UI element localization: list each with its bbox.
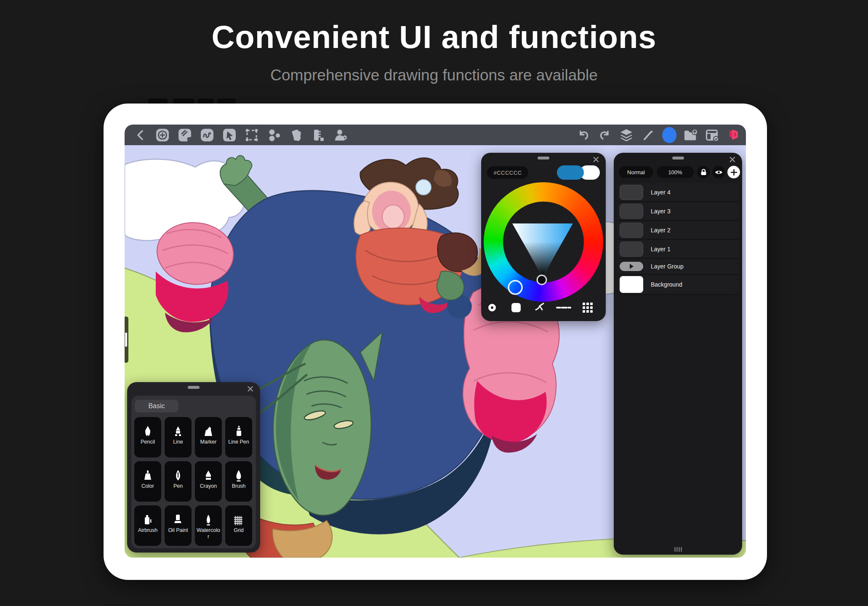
lock-icon[interactable] xyxy=(697,166,710,178)
hue-selector[interactable] xyxy=(509,281,522,294)
color-swatch-circle xyxy=(662,127,676,143)
brush-line-pen[interactable]: Line Pen xyxy=(225,417,252,457)
layer-thumbnail xyxy=(620,185,643,200)
sv-triangle[interactable] xyxy=(484,182,603,302)
brush-tool-icon[interactable] xyxy=(641,128,655,142)
layer-group-row[interactable]: Layer Group xyxy=(617,259,739,275)
watercolor-icon xyxy=(203,505,214,527)
marker-icon xyxy=(203,417,214,439)
layer-row[interactable]: Layer 3 xyxy=(617,202,739,221)
toolbar-right-group xyxy=(576,128,746,142)
brush-pen[interactable]: Pen xyxy=(165,461,192,502)
layer-name: Layer Group xyxy=(651,263,684,270)
edit-note-icon[interactable] xyxy=(178,128,192,142)
select-cursor-icon[interactable] xyxy=(222,128,237,142)
eye-icon[interactable] xyxy=(712,166,725,178)
primary-color-swatch[interactable] xyxy=(557,165,584,180)
brush-line[interactable]: Line xyxy=(165,417,192,457)
layer-name: Layer 3 xyxy=(651,208,671,215)
sliders-mode-icon[interactable] xyxy=(556,300,571,315)
color-brush-icon xyxy=(142,461,153,483)
page: Convenient UI and functions Comprehensiv… xyxy=(0,0,868,606)
pen-nib-icon xyxy=(173,461,184,483)
opacity-select[interactable]: 100% xyxy=(657,166,694,178)
layers-icon[interactable] xyxy=(619,128,634,142)
account-icon[interactable] xyxy=(334,128,348,142)
layers-panel-close-icon[interactable]: ✕ xyxy=(729,155,736,165)
brush-grid: Pencil Line Marker Line Pen xyxy=(134,417,252,546)
layers-panel-drag-handle[interactable] xyxy=(672,157,684,159)
wheel-mode-icon[interactable] xyxy=(485,300,500,315)
brush-panel: ✕ Basic Pencil Line xyxy=(127,382,260,553)
layer-row[interactable]: Layer 2 xyxy=(617,221,739,240)
brush-airbrush[interactable]: Airbrush xyxy=(134,505,161,546)
line-pen-icon xyxy=(233,417,244,439)
brush-watercolor[interactable]: Watercolor xyxy=(195,505,222,546)
color-dots-icon[interactable] xyxy=(267,128,281,142)
app-screen: ✕ #CCCCCC xyxy=(125,125,746,558)
layer-row[interactable]: Layer 1 xyxy=(617,240,739,259)
sv-selector[interactable] xyxy=(537,275,546,284)
layer-thumbnail xyxy=(620,204,643,219)
brush-marker[interactable]: Marker xyxy=(195,417,222,457)
palette-mode-icon[interactable] xyxy=(580,300,595,315)
color-panel: ✕ #CCCCCC xyxy=(481,153,606,321)
app-logo-icon[interactable] xyxy=(727,128,741,142)
layers-panel-resize-grip[interactable] xyxy=(674,547,682,552)
back-icon[interactable] xyxy=(133,128,147,142)
slider-handle[interactable] xyxy=(125,332,127,347)
pencil-icon xyxy=(142,417,153,439)
hex-value-field[interactable]: #CCCCCC xyxy=(487,166,528,179)
layer-thumbnail xyxy=(620,242,643,257)
layer-name: Layer 1 xyxy=(651,246,671,252)
transform-icon[interactable] xyxy=(245,128,259,142)
brush-tip-icon xyxy=(233,461,244,483)
layer-thumbnail xyxy=(620,223,643,238)
layer-name: Layer 2 xyxy=(651,227,671,234)
square-mode-icon[interactable] xyxy=(509,300,524,315)
page-title: Convenient UI and functions xyxy=(0,19,868,55)
export-icon[interactable] xyxy=(684,128,698,142)
layer-name: Layer 4 xyxy=(651,189,671,196)
grid-icon xyxy=(233,505,244,527)
color-panel-drag-handle[interactable] xyxy=(538,157,549,159)
curve-tool-icon[interactable] xyxy=(200,128,214,142)
brush-panel-drag-handle[interactable] xyxy=(188,386,200,389)
tablet-frame: ✕ #CCCCCC xyxy=(104,104,767,580)
mixer-mode-icon[interactable] xyxy=(533,300,548,315)
brush-color[interactable]: Color xyxy=(134,461,161,502)
airbrush-icon xyxy=(142,505,153,527)
layer-row[interactable]: Layer 4 xyxy=(617,183,739,202)
ruler-icon[interactable] xyxy=(312,128,326,142)
layer-name: Background xyxy=(651,281,682,288)
brush-crayon[interactable]: Crayon xyxy=(195,461,222,502)
brush-panel-close-icon[interactable]: ✕ xyxy=(247,385,254,394)
blend-mode-select[interactable]: Normal xyxy=(619,166,653,178)
color-wheel[interactable] xyxy=(484,182,603,302)
add-icon[interactable] xyxy=(155,128,170,142)
layer-group-expand-icon[interactable] xyxy=(620,262,643,271)
brush-pencil[interactable]: Pencil xyxy=(134,417,161,457)
oil-paint-icon xyxy=(173,505,184,527)
layer-list: Layer 4 Layer 3 Layer 2 Layer 1 xyxy=(617,183,739,295)
undo-icon[interactable] xyxy=(576,128,591,142)
layers-panel: ✕ Normal 100% Layer 4 xyxy=(614,153,742,555)
workspace-icon[interactable] xyxy=(705,128,719,142)
brush-brush[interactable]: Brush xyxy=(225,461,252,502)
current-color-icon[interactable] xyxy=(662,128,676,142)
brush-oil-paint[interactable]: Oil Paint xyxy=(165,505,192,546)
canvas-side-slider[interactable] xyxy=(125,316,128,363)
tab-basic[interactable]: Basic xyxy=(135,400,178,412)
color-panel-close-icon[interactable]: ✕ xyxy=(592,155,600,165)
top-toolbar xyxy=(125,125,746,145)
line-brush-icon xyxy=(173,417,184,439)
layer-thumbnail xyxy=(620,276,643,293)
background-layer-row[interactable]: Background xyxy=(617,275,739,295)
brush-grid[interactable]: Grid xyxy=(225,505,252,546)
page-subtitle: Comprehensive drawing functions are avai… xyxy=(0,66,868,84)
fg-bg-color-toggle[interactable] xyxy=(557,165,600,180)
material-icon[interactable] xyxy=(289,128,304,142)
toolbar-left-group xyxy=(125,128,348,142)
add-layer-icon[interactable] xyxy=(727,166,740,178)
redo-icon[interactable] xyxy=(598,128,612,142)
